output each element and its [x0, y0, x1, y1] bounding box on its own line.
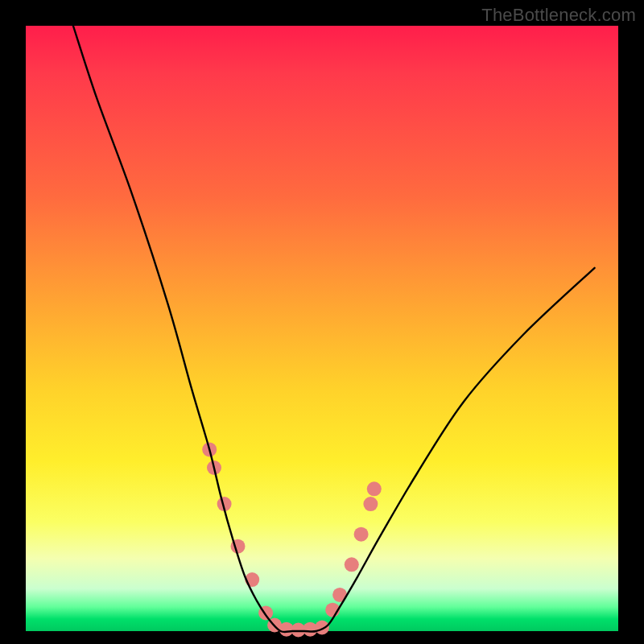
marker-dot	[315, 621, 329, 635]
marker-dot	[363, 497, 378, 511]
watermark-text: TheBottleneck.com	[481, 5, 636, 26]
marker-dots	[202, 442, 382, 637]
bottleneck-curve	[73, 26, 595, 632]
marker-dot	[345, 557, 359, 572]
curve-svg	[26, 26, 618, 631]
chart-frame: TheBottleneck.com	[0, 0, 644, 644]
plot-area	[26, 26, 618, 631]
marker-dot	[367, 481, 382, 496]
marker-dot	[354, 527, 369, 542]
